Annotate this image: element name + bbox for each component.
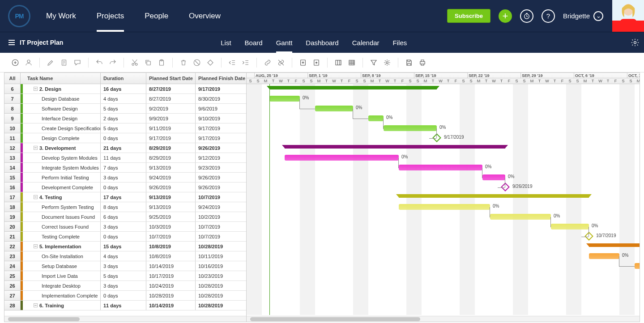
- col-header-id[interactable]: All: [4, 73, 21, 84]
- task-start[interactable]: 10/14/2019: [146, 261, 196, 271]
- task-finish[interactable]: 10/16/2019: [196, 261, 246, 271]
- unlink-icon[interactable]: [277, 58, 286, 67]
- task-duration[interactable]: 0 days: [101, 183, 146, 192]
- task-row[interactable]: 21Testing Complete0 days10/7/201910/7/20…: [4, 232, 246, 242]
- options-icon[interactable]: [383, 58, 392, 67]
- task-duration[interactable]: 11 days: [101, 301, 146, 310]
- global-add-button[interactable]: +: [499, 9, 512, 23]
- task-name[interactable]: Integrate Desktop: [25, 281, 101, 290]
- collapse-icon[interactable]: −: [34, 146, 38, 150]
- topnav-tab-people[interactable]: People: [145, 0, 168, 32]
- subnav-tab-dashboard[interactable]: Dashboard: [306, 32, 338, 53]
- col-header-finish[interactable]: Planned Finish Date: [196, 73, 246, 84]
- task-name[interactable]: Integrate System Modules: [25, 163, 101, 172]
- gantt-milestone[interactable]: [584, 232, 593, 241]
- task-name[interactable]: −3. Development: [25, 143, 101, 153]
- copy-icon[interactable]: [144, 58, 153, 67]
- task-start[interactable]: 10/8/2019: [146, 251, 196, 261]
- settings-icon[interactable]: [626, 38, 644, 47]
- task-duration[interactable]: 0 days: [101, 133, 146, 143]
- task-name[interactable]: Develop System Modules: [25, 153, 101, 162]
- task-row[interactable]: 7Design Database4 days8/27/20198/30/2019: [4, 94, 246, 104]
- delete-icon[interactable]: [179, 58, 188, 67]
- task-start[interactable]: 10/28/2019: [146, 291, 196, 300]
- task-name[interactable]: Testing Complete: [25, 232, 101, 241]
- topnav-tab-overview[interactable]: Overview: [189, 0, 221, 32]
- task-duration[interactable]: 3 days: [101, 261, 146, 271]
- topnav-tab-projects[interactable]: Projects: [97, 0, 124, 32]
- task-finish[interactable]: 10/7/2019: [196, 192, 246, 202]
- gantt-summary-bar[interactable]: [269, 86, 437, 89]
- task-duration[interactable]: 5 days: [101, 123, 146, 133]
- task-row[interactable]: 23On-Site Installation4 days10/8/201910/…: [4, 251, 246, 261]
- task-row[interactable]: 12−3. Development21 days8/29/20199/26/20…: [4, 143, 246, 153]
- task-row[interactable]: 25Import Live Data5 days10/17/201910/23/…: [4, 271, 246, 281]
- task-start[interactable]: 10/3/2019: [146, 222, 196, 231]
- task-start[interactable]: 9/25/2019: [146, 212, 196, 221]
- gantt-bar[interactable]: [384, 125, 437, 131]
- task-start[interactable]: 9/26/2019: [146, 183, 196, 192]
- col-header-start[interactable]: Planned Start Date: [146, 73, 196, 84]
- task-name[interactable]: −5. Implementation: [25, 242, 101, 251]
- collapse-icon[interactable]: −: [34, 303, 38, 307]
- task-name[interactable]: Development Complete: [25, 183, 101, 192]
- task-row[interactable]: 13Develop System Modules11 days8/29/2019…: [4, 153, 246, 163]
- print-icon[interactable]: [418, 58, 427, 67]
- columns-icon[interactable]: [334, 58, 343, 67]
- task-finish[interactable]: 10/11/2019: [196, 251, 246, 261]
- task-name[interactable]: −4. Testing: [25, 192, 101, 202]
- task-row[interactable]: 26Integrate Desktop3 days10/24/201910/28…: [4, 281, 246, 291]
- task-start[interactable]: 10/24/2019: [146, 281, 196, 290]
- gantt-bar[interactable]: [269, 96, 300, 102]
- task-finish[interactable]: 9/10/2019: [196, 114, 246, 123]
- assign-icon[interactable]: [24, 58, 33, 67]
- task-name[interactable]: Software Design: [25, 104, 101, 113]
- task-row[interactable]: 20Correct Issues Found3 days10/3/201910/…: [4, 222, 246, 232]
- task-row[interactable]: 6−2. Design16 days8/27/20199/17/2019: [4, 84, 246, 94]
- task-start[interactable]: 9/13/2019: [146, 192, 196, 202]
- task-name[interactable]: Interface Design: [25, 114, 101, 123]
- task-name[interactable]: Import Live Data: [25, 271, 101, 280]
- task-row[interactable]: 16Development Complete0 days9/26/20199/2…: [4, 183, 246, 192]
- subnav-tab-gantt[interactable]: Gantt: [276, 32, 293, 53]
- task-duration[interactable]: 2 days: [101, 114, 146, 123]
- col-header-duration[interactable]: Duration: [101, 73, 146, 84]
- task-finish[interactable]: 9/12/2019: [196, 153, 246, 162]
- gantt-bar[interactable]: [315, 106, 353, 111]
- task-start[interactable]: 9/13/2019: [146, 202, 196, 212]
- task-finish[interactable]: 9/17/2019: [196, 123, 246, 133]
- subnav-tab-list[interactable]: List: [221, 32, 231, 53]
- timeline-hscroll[interactable]: [247, 316, 640, 322]
- outdent-icon[interactable]: [228, 58, 237, 67]
- task-name[interactable]: −2. Design: [25, 84, 101, 94]
- gantt-milestone[interactable]: [501, 183, 510, 191]
- task-finish[interactable]: 9/17/2019: [196, 84, 246, 94]
- task-finish[interactable]: 10/28/2019: [196, 301, 246, 310]
- task-row[interactable]: 11Design Complete0 days9/17/20199/17/201…: [4, 133, 246, 143]
- task-finish[interactable]: 10/28/2019: [196, 242, 246, 251]
- task-finish[interactable]: 10/7/2019: [196, 232, 246, 241]
- cut-icon[interactable]: [130, 58, 139, 67]
- collapse-icon[interactable]: −: [34, 244, 38, 248]
- add-task-icon[interactable]: [11, 58, 20, 67]
- erase-icon[interactable]: [206, 58, 215, 67]
- task-name[interactable]: Perform System Testing: [25, 202, 101, 212]
- task-row[interactable]: 24Setup Database3 days10/14/201910/16/20…: [4, 261, 246, 271]
- app-logo[interactable]: PM: [8, 5, 30, 27]
- indent-icon[interactable]: [241, 58, 250, 67]
- timer-icon[interactable]: [520, 9, 533, 23]
- task-duration[interactable]: 0 days: [101, 291, 146, 300]
- grid-icon[interactable]: [347, 58, 356, 67]
- export-icon[interactable]: [312, 58, 321, 67]
- paste-icon[interactable]: [157, 58, 166, 67]
- task-duration[interactable]: 3 days: [101, 281, 146, 290]
- task-row[interactable]: 10Create Design Specification5 days9/11/…: [4, 123, 246, 133]
- gantt-bar[interactable]: [635, 263, 640, 269]
- task-row[interactable]: 14Integrate System Modules7 days9/13/201…: [4, 163, 246, 173]
- task-name[interactable]: Correct Issues Found: [25, 222, 101, 231]
- edit-icon[interactable]: [46, 58, 55, 67]
- gantt-summary-bar[interactable]: [285, 145, 505, 149]
- task-finish[interactable]: 9/17/2019: [196, 133, 246, 143]
- task-finish[interactable]: 9/26/2019: [196, 143, 246, 153]
- task-row[interactable]: 17−4. Testing17 days9/13/201910/7/2019: [4, 192, 246, 202]
